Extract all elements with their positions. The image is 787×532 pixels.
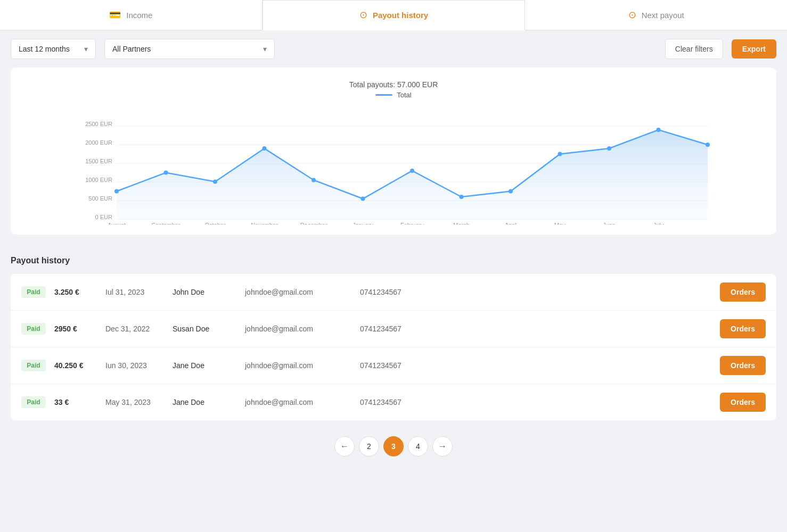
next-payout-icon: ⊙ xyxy=(628,9,636,21)
page: 💳 Income ⊙ Payout history ⊙ Next payout … xyxy=(0,0,787,532)
email-value: johndoe@gmail.com xyxy=(245,288,351,296)
svg-text:December: December xyxy=(300,222,327,225)
phone-value: 0741234567 xyxy=(360,325,424,333)
period-filter[interactable]: Last 12 months ▾ xyxy=(11,39,96,59)
chart-container: Total payouts: 57.000 EUR Total 0 EUR 50… xyxy=(11,68,776,235)
payout-table: Paid 3.250 € Iul 31, 2023 John Doe johnd… xyxy=(11,274,776,420)
svg-point-24 xyxy=(657,128,661,132)
svg-text:March: March xyxy=(453,222,470,225)
svg-text:2500 EUR: 2500 EUR xyxy=(85,121,112,127)
chart-svg: 0 EUR 500 EUR 1000 EUR 1500 EUR 2000 EUR… xyxy=(19,107,768,226)
clear-filters-button[interactable]: Clear filters xyxy=(665,39,723,59)
orders-button[interactable]: Orders xyxy=(720,319,766,338)
chevron-down-icon: ▾ xyxy=(84,45,88,53)
table-row: Paid 33 € May 31, 2023 Jane Doe johndoe@… xyxy=(11,384,776,420)
page-4-button[interactable]: 4 xyxy=(408,436,428,456)
status-badge: Paid xyxy=(21,396,46,408)
export-button[interactable]: Export xyxy=(732,39,776,59)
filters-bar: Last 12 months ▾ All Partners ▾ Clear fi… xyxy=(0,30,787,68)
svg-point-25 xyxy=(706,143,710,147)
svg-text:April: April xyxy=(505,222,517,225)
chevron-down-icon-2: ▾ xyxy=(263,45,267,53)
email-value: johndoe@gmail.com xyxy=(245,398,351,406)
period-filter-value: Last 12 months xyxy=(19,45,70,53)
phone-value: 0741234567 xyxy=(360,288,424,296)
partner-filter[interactable]: All Partners ▾ xyxy=(104,39,275,59)
svg-text:November: November xyxy=(251,222,278,225)
table-row: Paid 40.250 € Iun 30, 2023 Jane Doe john… xyxy=(11,347,776,384)
date-value: May 31, 2023 xyxy=(105,398,164,406)
chart-legend: Total xyxy=(19,91,768,99)
date-value: Iul 31, 2023 xyxy=(105,288,164,296)
income-icon: 💳 xyxy=(109,9,121,21)
chart-legend-label: Total xyxy=(397,91,411,99)
name-value: Susan Doe xyxy=(173,325,236,333)
tab-income[interactable]: 💳 Income xyxy=(0,0,263,30)
next-page-button[interactable]: → xyxy=(432,436,453,456)
orders-button[interactable]: Orders xyxy=(720,356,766,375)
orders-button[interactable]: Orders xyxy=(720,393,766,412)
svg-point-22 xyxy=(558,152,562,156)
pagination: ← 2 3 4 → xyxy=(0,420,787,472)
svg-text:January: January xyxy=(352,222,374,225)
table-row: Paid 3.250 € Iul 31, 2023 John Doe johnd… xyxy=(11,274,776,311)
svg-text:May: May xyxy=(554,222,565,225)
svg-point-21 xyxy=(509,189,513,194)
tab-income-label: Income xyxy=(126,11,152,20)
svg-point-18 xyxy=(361,197,365,201)
svg-text:August: August xyxy=(108,222,126,225)
tab-bar: 💳 Income ⊙ Payout history ⊙ Next payout xyxy=(0,0,787,30)
amount-value: 33 € xyxy=(54,398,97,406)
svg-point-16 xyxy=(263,146,267,151)
svg-point-19 xyxy=(410,169,414,173)
svg-point-23 xyxy=(607,146,611,151)
amount-value: 3.250 € xyxy=(54,288,97,296)
svg-marker-12 xyxy=(117,130,708,219)
orders-button[interactable]: Orders xyxy=(720,282,766,302)
partner-filter-value: All Partners xyxy=(112,45,151,53)
svg-point-13 xyxy=(114,189,119,194)
status-badge: Paid xyxy=(21,286,46,298)
name-value: Jane Doe xyxy=(173,398,236,406)
tab-next-payout[interactable]: ⊙ Next payout xyxy=(525,0,787,30)
tab-next-payout-label: Next payout xyxy=(642,11,684,20)
svg-text:1500 EUR: 1500 EUR xyxy=(85,158,112,164)
status-badge: Paid xyxy=(21,360,46,371)
svg-text:February: February xyxy=(400,222,424,225)
tab-payout-history-label: Payout history xyxy=(373,11,428,20)
svg-text:1000 EUR: 1000 EUR xyxy=(85,177,112,183)
svg-point-14 xyxy=(164,171,168,175)
table-row: Paid 2950 € Dec 31, 2022 Susan Doe johnd… xyxy=(11,311,776,347)
legend-line-icon xyxy=(375,94,392,96)
svg-text:500 EUR: 500 EUR xyxy=(88,195,112,202)
svg-point-15 xyxy=(213,180,217,184)
phone-value: 0741234567 xyxy=(360,361,424,370)
svg-text:2000 EUR: 2000 EUR xyxy=(85,139,112,146)
payout-history-section: Payout history Paid 3.250 € Iul 31, 2023… xyxy=(0,245,787,420)
date-value: Iun 30, 2023 xyxy=(105,361,164,370)
email-value: johndoe@gmail.com xyxy=(245,361,351,370)
page-3-button[interactable]: 3 xyxy=(383,436,404,456)
phone-value: 0741234567 xyxy=(360,398,424,406)
page-2-button[interactable]: 2 xyxy=(359,436,379,456)
email-value: johndoe@gmail.com xyxy=(245,325,351,333)
svg-point-20 xyxy=(460,195,464,199)
svg-text:July: July xyxy=(653,222,664,225)
date-value: Dec 31, 2022 xyxy=(105,325,164,333)
amount-value: 2950 € xyxy=(54,325,97,333)
name-value: Jane Doe xyxy=(173,361,236,370)
payout-history-icon: ⊙ xyxy=(359,9,367,21)
svg-point-17 xyxy=(311,178,316,182)
amount-value: 40.250 € xyxy=(54,361,97,370)
prev-page-button[interactable]: ← xyxy=(334,436,355,456)
status-badge: Paid xyxy=(21,323,46,335)
svg-text:September: September xyxy=(152,222,181,225)
name-value: John Doe xyxy=(173,288,236,296)
line-chart: 0 EUR 500 EUR 1000 EUR 1500 EUR 2000 EUR… xyxy=(19,107,768,225)
svg-text:0 EUR: 0 EUR xyxy=(95,214,112,220)
section-title: Payout history xyxy=(11,256,776,265)
svg-text:October: October xyxy=(204,222,225,225)
chart-title: Total payouts: 57.000 EUR xyxy=(19,80,768,89)
svg-text:June: June xyxy=(603,222,616,225)
tab-payout-history[interactable]: ⊙ Payout history xyxy=(263,0,526,30)
